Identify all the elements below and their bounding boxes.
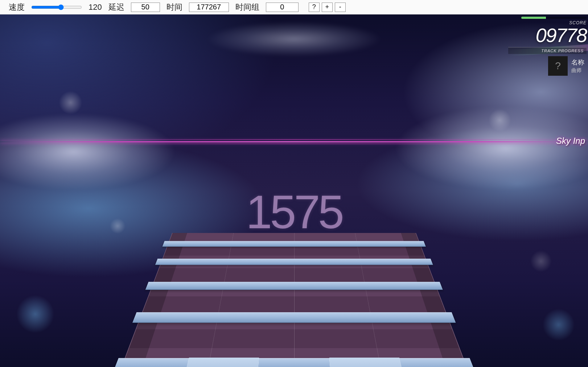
health-bar bbox=[521, 17, 587, 19]
hold-note bbox=[155, 259, 433, 265]
timegroup-label: 时间组 bbox=[235, 2, 259, 13]
editor-toolbar: 速度 120 延迟 时间 时间组 ? + - bbox=[0, 0, 588, 14]
cloud-decoration bbox=[206, 21, 382, 57]
song-metadata: 名称 曲师 bbox=[571, 58, 584, 74]
help-button[interactable]: ? bbox=[309, 3, 320, 12]
minus-button[interactable]: - bbox=[335, 3, 346, 12]
speed-value: 120 bbox=[89, 3, 102, 12]
hold-note bbox=[162, 241, 426, 247]
song-info-card: ? 名称 曲师 bbox=[508, 56, 587, 76]
song-artwork: ? bbox=[548, 56, 568, 76]
time-label: 时间 bbox=[166, 2, 182, 13]
score-panel: SCORE 09778 TRACK PROGRESS ? 名称 曲师 bbox=[508, 14, 588, 76]
game-viewport[interactable]: Sky Inp bbox=[0, 14, 588, 367]
health-bar-fill bbox=[521, 17, 546, 19]
time-input[interactable] bbox=[189, 3, 229, 12]
sky-input-label: Sky Inp bbox=[556, 136, 585, 146]
cloud-decoration bbox=[0, 113, 176, 191]
hold-note bbox=[113, 358, 475, 367]
combo-counter: 1575 bbox=[246, 185, 342, 239]
delay-input[interactable] bbox=[131, 3, 160, 12]
cloud-decoration bbox=[394, 106, 588, 191]
note-segment bbox=[185, 358, 259, 367]
note-segment bbox=[329, 358, 403, 367]
hold-note bbox=[132, 312, 456, 323]
speed-label: 速度 bbox=[9, 2, 25, 13]
track-progress-label: TRACK PROGRESS bbox=[508, 47, 587, 54]
plus-button[interactable]: + bbox=[322, 3, 333, 12]
score-value: 09778 bbox=[508, 25, 587, 45]
hold-note bbox=[145, 282, 443, 290]
artwork-placeholder-icon: ? bbox=[555, 60, 561, 72]
delay-label: 延迟 bbox=[108, 2, 124, 13]
song-artist: 曲师 bbox=[571, 67, 584, 74]
song-title: 名称 bbox=[571, 58, 584, 67]
timegroup-input[interactable] bbox=[266, 3, 299, 12]
sky-input-line bbox=[0, 141, 588, 142]
speed-slider[interactable] bbox=[31, 4, 82, 10]
